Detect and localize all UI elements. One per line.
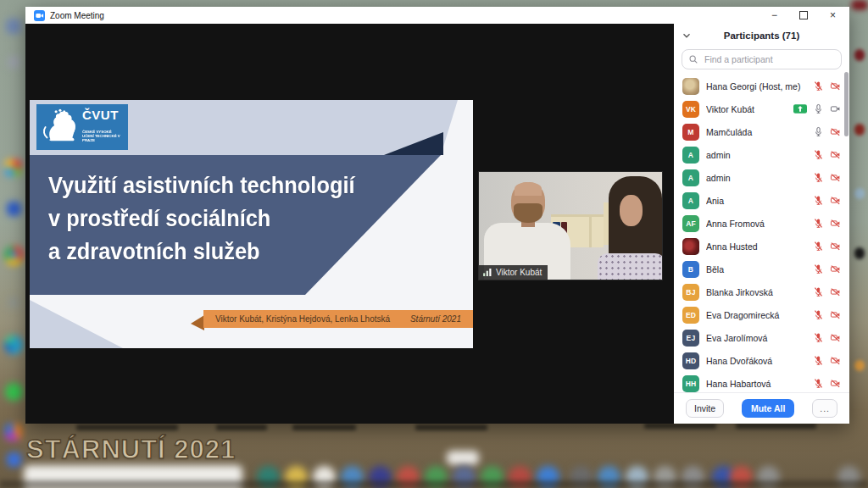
ribbon-fold	[191, 315, 204, 330]
avatar: BJ	[682, 284, 699, 301]
avatar: AF	[682, 215, 699, 232]
camera-off-icon	[830, 286, 841, 297]
cvut-acronym: ČVUT	[82, 108, 159, 122]
cvut-university-name: ČESKÉ VYSOKÉ UČENÍ TECHNICKÉ V PRAZE	[82, 130, 125, 143]
slide-title: Využití asistivních technologií v prostř…	[48, 169, 355, 269]
participant-row[interactable]: VK Viktor Kubát	[674, 97, 849, 120]
desktop-icon[interactable]	[854, 247, 865, 259]
presentation-slide: ČVUT ČESKÉ VYSOKÉ UČENÍ TECHNICKÉ V PRAZ…	[30, 100, 473, 348]
camera-off-icon	[830, 332, 841, 343]
participant-row[interactable]: HH Hana Habartová	[674, 372, 849, 395]
participants-list: Hana Georgi (Host, me)	[674, 75, 849, 392]
camera-off-icon	[830, 126, 841, 137]
participant-row[interactable]: ED Eva Dragomirecká	[674, 303, 849, 326]
participant-row[interactable]: BJ Blanka Jirkovská	[674, 280, 849, 303]
chevron-down-icon[interactable]	[682, 30, 692, 41]
desktop-icon[interactable]	[8, 56, 20, 69]
avatar: VK	[682, 101, 699, 118]
participant-name: Hana Dvořáková	[706, 356, 806, 366]
avatar: M	[682, 124, 699, 141]
signal-bars-icon	[483, 269, 492, 276]
participant-name: Ania	[706, 196, 806, 206]
camera-off-icon	[830, 149, 841, 160]
avatar: ED	[682, 307, 699, 324]
mic-muted-icon	[813, 378, 824, 389]
desktop-icon[interactable]	[6, 19, 21, 34]
participant-name: Viktor Kubát	[706, 104, 787, 114]
avatar: HH	[682, 375, 699, 392]
mute-all-button[interactable]: Mute All	[742, 399, 794, 418]
camera-off-icon	[830, 172, 841, 183]
close-button[interactable]: ×	[830, 7, 836, 24]
cvut-lion-icon	[36, 104, 81, 150]
more-options-button[interactable]: ...	[812, 399, 837, 418]
participant-name: Anna Fromová	[706, 219, 806, 229]
desktop-icon[interactable]	[7, 202, 21, 216]
participant-row[interactable]: Anna Husted	[674, 235, 849, 258]
dock-highlight	[447, 451, 479, 465]
windows-logo-icon[interactable]	[5, 159, 22, 176]
desktop-icon[interactable]	[5, 424, 22, 441]
participant-row[interactable]: Hana Georgi (Host, me)	[674, 75, 849, 97]
desktop-icon[interactable]	[854, 188, 865, 199]
desktop-icon[interactable]	[851, 0, 868, 10]
screen-share-icon	[793, 104, 807, 114]
avatar	[682, 78, 699, 95]
desktop-icon[interactable]	[854, 124, 865, 136]
desktop-icon[interactable]	[854, 49, 865, 61]
video-name-label: Viktor Kubát	[479, 265, 548, 280]
avatar: B	[682, 261, 699, 278]
desktop-icon[interactable]	[854, 360, 865, 371]
mic-on-icon	[813, 103, 824, 114]
window-titlebar[interactable]: Zoom Meeting − ×	[25, 7, 849, 24]
mic-on-icon	[813, 126, 824, 137]
scrollbar-thumb[interactable]	[844, 72, 849, 136]
speaker-video-thumbnail[interactable]: Viktor Kubát	[479, 172, 662, 280]
minimize-button[interactable]: −	[771, 7, 777, 24]
participant-row[interactable]: A Ania	[674, 189, 849, 212]
participant-row[interactable]: EJ Eva Jarolímová	[674, 326, 849, 349]
participant-row[interactable]: AF Anna Fromová	[674, 212, 849, 235]
mic-muted-icon	[813, 332, 824, 343]
camera-off-icon	[830, 309, 841, 320]
participant-row[interactable]: M Mamčuláda	[674, 120, 849, 143]
mic-muted-icon	[813, 286, 824, 297]
participants-title: Participants (71)	[674, 30, 849, 41]
camera-off-icon	[830, 218, 841, 229]
desktop-icon[interactable]	[7, 452, 21, 467]
camera-on-icon	[830, 103, 841, 114]
participant-search[interactable]	[682, 49, 842, 69]
window-title: Zoom Meeting	[50, 11, 771, 20]
participant-row[interactable]: B Běla	[674, 258, 849, 280]
participant-name: admin	[706, 150, 806, 160]
wallpaper-title: STÁRNUTÍ 2021	[26, 435, 236, 465]
avatar: EJ	[682, 330, 699, 347]
participants-panel: Participants (71) Hana Georgi (Host, me)	[674, 24, 849, 424]
participant-name: Eva Dragomirecká	[706, 310, 806, 320]
chrome-icon[interactable]	[4, 246, 24, 265]
desktop-icon[interactable]	[8, 297, 19, 308]
zoom-app-icon	[34, 10, 45, 21]
participants-footer: Invite Mute All ...	[674, 392, 849, 424]
edge-icon[interactable]	[4, 336, 23, 354]
participant-row[interactable]: HD Hana Dvořáková	[674, 349, 849, 372]
mic-muted-icon	[813, 218, 824, 229]
camera-off-icon	[830, 195, 841, 206]
whatsapp-icon[interactable]	[5, 383, 23, 401]
mic-muted-icon	[813, 355, 824, 366]
zoom-meeting-window: Zoom Meeting − ×	[25, 7, 849, 424]
mic-muted-icon	[813, 195, 824, 206]
participant-row[interactable]: A admin	[674, 143, 849, 166]
mic-muted-icon	[813, 172, 824, 183]
invite-button[interactable]: Invite	[686, 399, 724, 418]
mic-muted-icon	[813, 309, 824, 320]
camera-off-icon	[830, 355, 841, 366]
cvut-logo: ČVUT ČESKÉ VYSOKÉ UČENÍ TECHNICKÉ V PRAZ…	[36, 104, 128, 150]
mic-muted-icon	[813, 241, 824, 252]
slide-authors: Viktor Kubát, Kristýna Hejdová, Lenka Lh…	[215, 314, 390, 324]
camera-off-icon	[830, 263, 841, 274]
screen-share-stage: ČVUT ČESKÉ VYSOKÉ UČENÍ TECHNICKÉ V PRAZ…	[25, 24, 674, 424]
search-input[interactable]	[703, 53, 835, 65]
maximize-button[interactable]	[799, 11, 808, 19]
participant-row[interactable]: A admin	[674, 166, 849, 189]
